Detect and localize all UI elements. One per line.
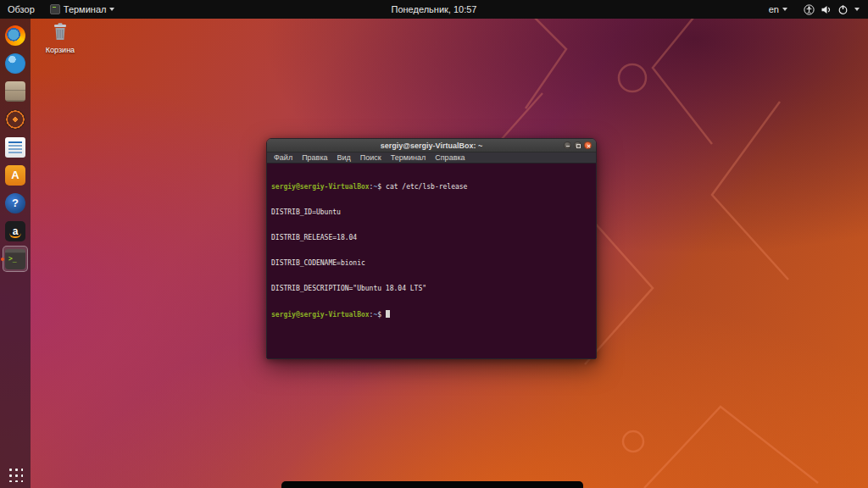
menu-search[interactable]: Поиск xyxy=(356,152,386,163)
desktop: Обзор Терминал Понедельник, 10:57 en xyxy=(0,0,868,488)
terminal-app-icon xyxy=(50,4,60,14)
ubuntu-software-icon: A xyxy=(5,165,25,186)
trash-label: Корзина xyxy=(42,46,78,54)
dock: A ? a >_ xyxy=(0,19,31,488)
command-text: cat /etc/lsb-release xyxy=(386,183,467,191)
output-line: DISTRIB_DESCRIPTION="Ubuntu 18.04 LTS" xyxy=(271,285,592,293)
prompt-user-host: sergiy@sergiy-VirtualBox xyxy=(271,183,370,191)
input-source-label: en xyxy=(769,4,779,14)
thunderbird-icon xyxy=(5,53,25,74)
input-source-indicator[interactable]: en xyxy=(761,0,795,19)
prompt-symbol: $ xyxy=(377,183,381,191)
terminal-icon: >_ xyxy=(5,249,25,269)
files-icon xyxy=(5,81,25,102)
prompt-symbol: $ xyxy=(377,311,381,319)
chevron-down-icon xyxy=(854,8,860,11)
dock-item-show-applications[interactable] xyxy=(2,460,29,488)
activities-button[interactable]: Обзор xyxy=(0,0,42,19)
window-controls xyxy=(564,141,596,149)
clock[interactable]: Понедельник, 10:57 xyxy=(385,2,484,17)
app-menu[interactable]: Терминал xyxy=(42,0,123,19)
window-title: sergiy@sergiy-VirtualBox: ~ xyxy=(267,141,596,150)
bottom-edge-bar xyxy=(281,481,583,488)
output-line: DISTRIB_RELEASE=18.04 xyxy=(271,234,592,242)
app-menu-label: Терминал xyxy=(64,4,107,14)
command-line: sergiy@sergiy-VirtualBox:~$cat /etc/lsb-… xyxy=(271,183,592,191)
system-menu[interactable] xyxy=(795,0,868,19)
terminal-menubar: Файл Правка Вид Поиск Терминал Справка xyxy=(267,152,596,164)
chevron-down-icon xyxy=(782,8,787,11)
menu-terminal[interactable]: Терминал xyxy=(387,152,430,163)
clock-container: Понедельник, 10:57 xyxy=(0,4,868,14)
activities-label: Обзор xyxy=(8,4,35,14)
terminal-window: sergiy@sergiy-VirtualBox: ~ Файл Правка … xyxy=(266,138,597,359)
menu-edit[interactable]: Правка xyxy=(298,152,331,163)
rhythmbox-icon xyxy=(5,109,25,130)
dock-item-files[interactable] xyxy=(2,77,29,105)
accessibility-icon xyxy=(804,4,815,15)
dock-item-amazon[interactable]: a xyxy=(2,217,29,245)
terminal-body[interactable]: sergiy@sergiy-VirtualBox:~$cat /etc/lsb-… xyxy=(267,164,596,358)
top-bar: Обзор Терминал Понедельник, 10:57 en xyxy=(0,0,868,19)
dock-item-rhythmbox[interactable] xyxy=(2,105,29,133)
window-titlebar[interactable]: sergiy@sergiy-VirtualBox: ~ xyxy=(267,139,596,152)
show-applications-icon xyxy=(8,467,23,482)
chevron-down-icon xyxy=(109,8,114,11)
desktop-icon-trash[interactable]: Корзина xyxy=(42,21,78,54)
dock-item-libreoffice-writer[interactable] xyxy=(2,133,29,161)
dock-item-help[interactable]: ? xyxy=(2,189,29,217)
menu-view[interactable]: Вид xyxy=(333,152,355,163)
text-cursor xyxy=(386,310,390,318)
prompt-user-host: sergiy@sergiy-VirtualBox xyxy=(271,311,370,319)
power-icon xyxy=(837,4,849,15)
output-line: DISTRIB_CODENAME=bionic xyxy=(271,259,592,268)
running-indicator-dot xyxy=(1,258,4,261)
maximize-button[interactable] xyxy=(574,141,581,149)
libreoffice-writer-icon xyxy=(5,137,25,158)
close-button[interactable] xyxy=(584,141,592,149)
menu-help[interactable]: Справка xyxy=(431,152,469,163)
dock-item-ubuntu-software[interactable]: A xyxy=(2,161,29,189)
amazon-icon: a xyxy=(5,221,25,241)
trash-icon xyxy=(49,21,71,42)
output-line: DISTRIB_ID=Ubuntu xyxy=(271,208,592,217)
firefox-icon xyxy=(5,25,25,46)
help-icon: ? xyxy=(5,193,25,214)
dock-item-firefox[interactable] xyxy=(2,21,29,49)
dock-item-terminal[interactable]: >_ xyxy=(2,245,29,273)
volume-icon xyxy=(821,4,832,15)
prompt-line: sergiy@sergiy-VirtualBox:~$ xyxy=(271,310,592,319)
dock-item-thunderbird[interactable] xyxy=(2,49,29,77)
minimize-button[interactable] xyxy=(564,141,571,149)
menu-file[interactable]: Файл xyxy=(270,152,297,163)
